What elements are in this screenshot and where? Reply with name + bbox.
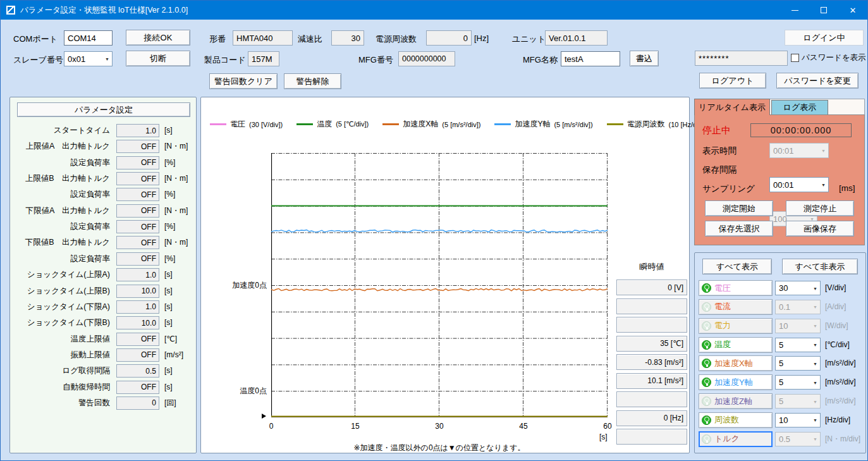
hide-all-button[interactable]: すべて非表示 (782, 259, 858, 274)
param-label: 下限値B 出力軸トルク (10, 236, 110, 249)
measure-stop-button[interactable]: 測定停止 (786, 200, 854, 216)
legend-item: 電源周波数(10 [Hz/div]) (607, 119, 706, 130)
bulb-on-icon (702, 378, 711, 387)
channel-scale-select[interactable]: 5▼ (775, 338, 821, 352)
warning-release-button[interactable]: 警告解除 (284, 73, 341, 89)
mfg-name-field[interactable]: testA (561, 51, 620, 66)
chevron-down-icon: ▼ (821, 183, 826, 187)
channel-toggle-button[interactable]: 電圧 (699, 280, 773, 296)
chevron-down-icon: ▼ (105, 57, 109, 61)
param-row: 設定負荷率OFF[%] (10, 252, 196, 266)
channel-toggle-button[interactable]: 電力 (699, 318, 773, 334)
param-value-field[interactable]: OFF (116, 220, 159, 233)
legend-scale: (5 [m/s²/div]) (442, 121, 480, 128)
param-label: 警告回数 (10, 396, 110, 410)
channel-scale-select: 0.5▼ (775, 432, 821, 446)
param-value-field[interactable]: OFF (116, 204, 159, 218)
write-button[interactable]: 書込 (630, 51, 659, 66)
channel-scale-value: 5 (779, 396, 783, 406)
channel-label: トルク (714, 433, 740, 445)
chart-legend: 電圧(30 [V/div])温度(5 [℃/div])加速度X軸(5 [m/s²… (210, 119, 706, 130)
tab-realtime-display[interactable]: リアルタイム表示 (694, 99, 770, 115)
channel-unit: [A/div] (825, 299, 846, 315)
save-interval-select[interactable]: 00:01 ▼ (769, 177, 829, 192)
show-all-button[interactable]: すべて表示 (702, 259, 772, 274)
param-row: 警告回数0[回] (10, 396, 196, 410)
image-save-button[interactable]: 画像保存 (786, 221, 854, 237)
realtime-panel: ログ表示 リアルタイム表示 停止中 00:00:00.000 表示時間 00:0… (694, 99, 865, 245)
param-value-field[interactable]: 0 (116, 396, 159, 410)
measure-start-button[interactable]: 測定開始 (705, 200, 773, 216)
maximize-button[interactable] (809, 1, 838, 20)
window-controls: ✕ (780, 1, 867, 20)
password-field[interactable]: ******** (695, 51, 788, 66)
channel-scale-select[interactable]: 30▼ (775, 281, 821, 295)
param-value-field[interactable]: 10.0 (116, 316, 159, 329)
param-value-field[interactable]: 0.5 (116, 364, 159, 378)
param-value-field[interactable]: OFF (116, 236, 159, 249)
save-destination-button[interactable]: 保存先選択 (705, 221, 773, 237)
param-value-field[interactable]: 1.0 (116, 300, 159, 314)
param-row: 自動復帰時間OFF[s] (10, 381, 196, 394)
minimize-button[interactable] (780, 1, 809, 20)
zero-point-label: 温度0点 (219, 386, 267, 396)
channel-toggle-button[interactable]: 加速度Y軸 (699, 374, 773, 390)
channel-toggle-button[interactable]: 温度 (699, 337, 773, 353)
param-value-field[interactable]: OFF (116, 348, 159, 362)
close-button[interactable]: ✕ (838, 1, 867, 20)
warning-count-clear-button[interactable]: 警告回数クリア (209, 73, 278, 89)
logout-button[interactable]: ログアウト (699, 73, 766, 89)
legend-name: 電源周波数 (627, 119, 665, 130)
instant-value-box (616, 391, 687, 407)
chevron-down-icon: ▼ (813, 324, 817, 328)
com-port-label: COMポート (13, 34, 58, 45)
param-value-field[interactable]: OFF (116, 333, 159, 346)
slave-number-select[interactable]: 0x01 ▼ (64, 51, 113, 66)
channel-scale-select[interactable]: 10▼ (775, 413, 821, 427)
zero-point-marker-icon (262, 414, 266, 419)
param-value-field[interactable]: OFF (116, 156, 159, 169)
password-show-checkbox[interactable] (791, 54, 799, 62)
param-value-field[interactable]: OFF (116, 188, 159, 201)
param-value-field[interactable]: OFF (116, 140, 159, 153)
channel-toggle-button[interactable]: 加速度X軸 (699, 355, 773, 371)
channel-unit: [m/s²/div] (825, 374, 856, 390)
channel-toggle-button[interactable]: 加速度Z軸 (699, 393, 773, 409)
channel-toggle-button[interactable]: トルク (699, 431, 773, 447)
password-change-button[interactable]: パスワードを変更 (776, 73, 859, 89)
channel-scale-select[interactable]: 5▼ (775, 356, 821, 371)
param-value-field[interactable]: OFF (116, 172, 159, 185)
channel-toggle-button[interactable]: 周波数 (699, 412, 773, 428)
instant-value-box (616, 429, 687, 445)
com-port-field[interactable]: COM14 (64, 30, 113, 46)
legend-scale: (5 [m/s²/div]) (554, 121, 592, 128)
param-unit: [回] (164, 396, 176, 410)
disconnect-button[interactable]: 切断 (126, 51, 190, 66)
channel-row: 加速度Y軸5▼[m/s²/div] (695, 374, 865, 390)
channel-label: 加速度Z軸 (714, 396, 752, 407)
param-value-field[interactable]: 1.0 (116, 124, 159, 137)
param-value-field[interactable]: OFF (116, 252, 159, 266)
param-value-field[interactable]: OFF (116, 381, 159, 394)
channel-row: 周波数10▼[Hz/div] (695, 412, 865, 428)
connect-status-button[interactable]: 接続OK (126, 30, 190, 46)
param-value-field[interactable]: 10.0 (116, 285, 159, 298)
param-label: ショックタイム(上限A) (10, 268, 110, 281)
instant-value-box: 10.1 [m/s²] (616, 373, 687, 389)
x-tick-label: 60 (598, 422, 617, 431)
power-freq-field: 0 (426, 30, 472, 46)
tab-log-display[interactable]: ログ表示 (771, 100, 828, 115)
param-label: 下限値A 出力軸トルク (10, 204, 110, 218)
param-value-field[interactable]: 1.0 (116, 268, 159, 281)
display-time-select: 00:01 ▼ (769, 143, 829, 158)
parameter-settings-header[interactable]: パラメータ設定 (17, 102, 190, 117)
channel-toggle-button[interactable]: 電流 (699, 299, 773, 315)
channel-scale-select[interactable]: 5▼ (775, 375, 821, 390)
measure-status-text: 停止中 (702, 125, 731, 137)
sampling-unit: [ms] (839, 183, 855, 193)
instant-value-box: 35 [℃] (616, 336, 687, 352)
channel-label: 周波数 (714, 414, 739, 426)
chevron-down-icon: ▼ (813, 399, 817, 403)
legend-line-swatch (296, 123, 313, 125)
chart-plot-area (271, 153, 608, 417)
